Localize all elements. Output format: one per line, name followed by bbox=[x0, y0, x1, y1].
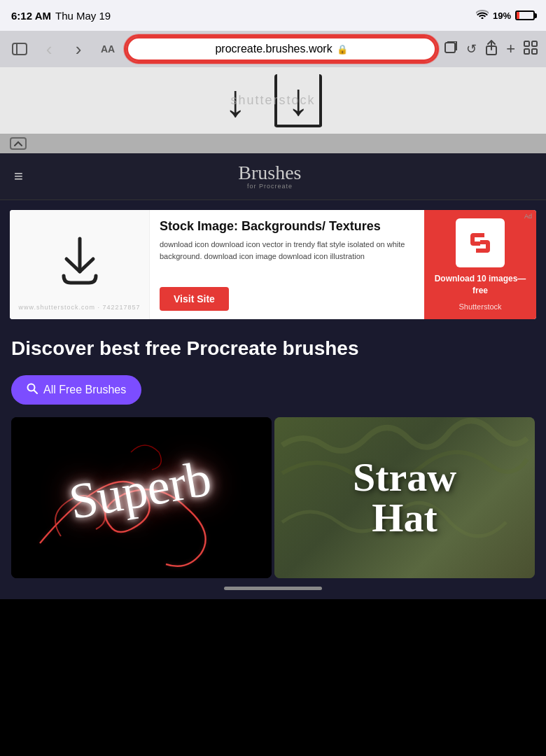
add-tab-button[interactable]: + bbox=[506, 40, 515, 58]
address-bar-wrapper: procreate.brushes.work 🔒 bbox=[126, 36, 437, 62]
site-header: ≡ Brushes for Procreate bbox=[0, 153, 546, 200]
brush-card-superb[interactable]: Superb bbox=[11, 417, 272, 578]
ad-source: Shutterstock bbox=[458, 302, 501, 311]
filter-button-label: All Free Brushes bbox=[43, 384, 126, 396]
ad-label: Ad bbox=[524, 213, 532, 220]
hamburger-menu[interactable]: ≡ bbox=[14, 167, 23, 186]
sidebar-button[interactable] bbox=[8, 38, 31, 60]
aa-button[interactable]: AA bbox=[97, 38, 119, 60]
status-bar: 6:12 AM Thu May 19 19% bbox=[0, 0, 546, 31]
all-free-brushes-button[interactable]: All Free Brushes bbox=[11, 375, 141, 405]
ad-title: Stock Image: Backgrounds/ Textures bbox=[160, 218, 414, 234]
home-bar bbox=[224, 587, 322, 590]
scroll-up-button[interactable] bbox=[10, 137, 27, 150]
site-logo-subtitle: for Procreate bbox=[238, 183, 301, 190]
tab-icon[interactable] bbox=[444, 41, 458, 57]
back-button[interactable]: ‹ bbox=[38, 38, 60, 60]
battery-icon bbox=[515, 10, 535, 20]
svg-rect-0 bbox=[13, 43, 27, 55]
site-logo-container: Brushes for Procreate bbox=[238, 163, 301, 190]
status-date: Thu May 19 bbox=[55, 10, 111, 22]
ad-right-logo: Download 10 images— free Shutterstock bbox=[424, 210, 536, 319]
tabs-grid-button[interactable] bbox=[524, 41, 538, 58]
reload-button[interactable]: ↺ bbox=[466, 41, 477, 57]
shutterstock-logo bbox=[456, 218, 505, 267]
svg-rect-4 bbox=[524, 41, 529, 46]
ad-right-text: Download 10 images— free bbox=[433, 273, 528, 297]
browser-actions: ↺ + bbox=[444, 40, 538, 59]
brush-grid: Superb StrawHat bbox=[0, 417, 546, 578]
brush-card-straw-hat[interactable]: StrawHat bbox=[274, 417, 535, 578]
status-time: 6:12 AM bbox=[11, 10, 51, 22]
address-bar[interactable]: procreate.brushes.work 🔒 bbox=[126, 36, 437, 62]
website-content: ≡ Brushes for Procreate Ad www.shutterst… bbox=[0, 153, 546, 578]
svg-rect-5 bbox=[532, 41, 537, 46]
visit-site-button[interactable]: Visit Site bbox=[160, 287, 229, 311]
search-icon bbox=[27, 383, 38, 397]
ad-text: Stock Image: Backgrounds/ Textures downl… bbox=[150, 210, 424, 319]
share-button[interactable] bbox=[485, 40, 498, 59]
site-logo: Brushes bbox=[238, 163, 301, 183]
scroll-indicator bbox=[0, 134, 546, 153]
ad-download-icon bbox=[55, 235, 104, 293]
forward-button[interactable]: › bbox=[67, 38, 90, 60]
svg-rect-7 bbox=[532, 49, 537, 54]
wifi-icon bbox=[476, 10, 489, 21]
straw-hat-card-text: StrawHat bbox=[353, 457, 456, 538]
ad-image: www.shutterstock.com · 742217857 bbox=[10, 210, 150, 319]
svg-rect-2 bbox=[445, 43, 455, 52]
scrolled-partial: ↓ ↓ shutterstock bbox=[0, 67, 546, 134]
home-indicator bbox=[0, 578, 546, 599]
ad-banner[interactable]: Ad www.shutterstock.com · 742217857 Stoc… bbox=[10, 210, 536, 319]
svg-rect-6 bbox=[524, 49, 529, 54]
shutterstock-watermark: shutterstock bbox=[230, 93, 315, 108]
url-text: procreate.brushes.work bbox=[215, 43, 332, 55]
browser-chrome: ‹ › AA procreate.brushes.work 🔒 ↺ + bbox=[0, 31, 546, 67]
battery-percentage: 19% bbox=[493, 10, 511, 21]
ad-watermark: www.shutterstock.com · 742217857 bbox=[18, 304, 140, 311]
svg-line-10 bbox=[34, 390, 38, 393]
filter-section: All Free Brushes bbox=[0, 372, 546, 417]
main-heading: Discover best free Procreate brushes bbox=[0, 329, 546, 372]
lock-icon: 🔒 bbox=[337, 44, 348, 55]
ad-description: download icon download icon vector in tr… bbox=[160, 239, 414, 262]
